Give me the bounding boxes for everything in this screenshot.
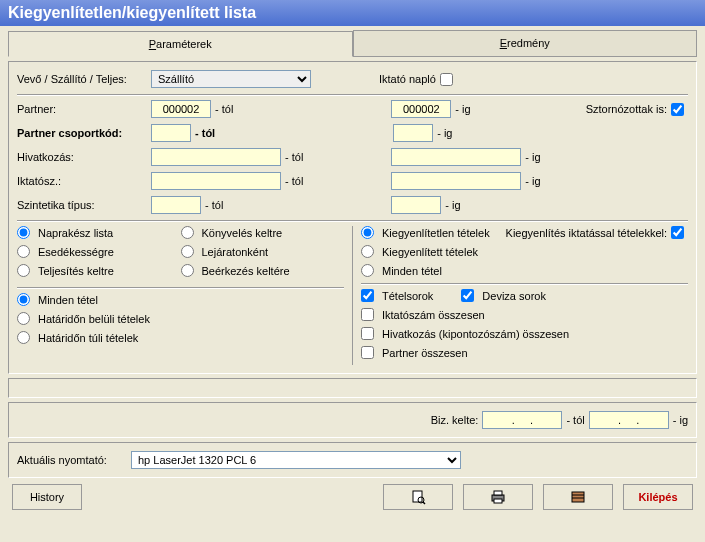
entity-select[interactable]: Szállító [151,70,311,88]
iktato-label: Iktató napló [379,73,436,85]
ig-label-3: - ig [525,151,540,163]
svg-line-2 [423,502,425,504]
svg-rect-4 [494,491,502,495]
check-deviza[interactable] [461,289,474,302]
szintetika-label: Szintetika típus: [17,199,147,211]
radio-tul-label: Határidőn túli tételek [38,332,138,344]
check-deviza-label: Deviza sorok [482,290,546,302]
tab-params[interactable]: Paraméterek [8,31,353,57]
radio-minden3[interactable] [17,293,30,306]
tol-label-2: - tól [195,127,215,139]
nyomtato-select[interactable]: hp LaserJet 1320 PCL 6 [131,451,461,469]
csoportkod-from[interactable] [151,124,191,142]
history-button[interactable]: History [12,484,82,510]
hivatkozas-to[interactable] [391,148,521,166]
radio-beerkezes-label: Beérkezés keltére [202,265,290,277]
radio-belul[interactable] [17,312,30,325]
preview-button[interactable] [383,484,453,510]
check-tetelsorok[interactable] [361,289,374,302]
iktato-check[interactable] [440,73,453,86]
radio-konyveles-label: Könyvelés keltre [202,227,283,239]
svg-rect-6 [572,492,584,502]
radio-lejarat[interactable] [181,245,194,258]
entity-label: Vevő / Szállító / Teljes: [17,73,147,85]
tabs: Paraméterek Eredmény [8,30,697,57]
iktatassal-check[interactable] [671,226,684,239]
sztorno-label: Sztornózottak is: [586,103,667,115]
radio-minden2-label: Minden tétel [382,265,442,277]
iktatassal-label: Kiegyenlítés iktatással tételekkel: [506,227,667,239]
radio-kiegyenlitett[interactable] [361,245,374,258]
iktatosz-to[interactable] [391,172,521,190]
ig-label: - ig [455,103,470,115]
exit-button[interactable]: Kilépés [623,484,693,510]
radio-teljesites[interactable] [17,264,30,277]
table-icon [570,489,586,505]
check-partner-label: Partner összesen [382,347,468,359]
tol-label-4: - tól [285,175,303,187]
radio-esedek-label: Esedékességre [38,246,114,258]
iktatosz-label: Iktatósz.: [17,175,147,187]
radio-kiegyenlitetlen[interactable] [361,226,374,239]
radio-beerkezes[interactable] [181,264,194,277]
radio-kiegyenlitetlen-label: Kiegyenlítetlen tételek [382,227,490,239]
ig-label-6: - ig [673,414,688,426]
radio-minden3-label: Minden tétel [38,294,98,306]
radio-konyveles[interactable] [181,226,194,239]
radio-belul-label: Határidőn belüli tételek [38,313,150,325]
ig-label-2: - ig [437,127,452,139]
radio-lejarat-label: Lejáratonként [202,246,269,258]
titlebar: Kiegyenlítetlen/kiegyenlített lista [0,0,705,26]
partner-from[interactable] [151,100,211,118]
hivatkozas-from[interactable] [151,148,281,166]
radio-tul[interactable] [17,331,30,344]
bizkelte-to[interactable] [589,411,669,429]
bizkelte-label: Biz. kelte: [431,414,479,426]
printer-icon [490,489,506,505]
radio-naprakesz[interactable] [17,226,30,239]
radio-kiegyenlitett-label: Kiegyenlített tételek [382,246,478,258]
svg-rect-0 [413,491,422,502]
csoportkod-label: Partner csoportkód: [17,127,147,139]
check-iktatoszam[interactable] [361,308,374,321]
nyomtato-label: Aktuális nyomtató: [17,454,127,466]
check-hivatkozas[interactable] [361,327,374,340]
partner-label: Partner: [17,103,147,115]
sztorno-check[interactable] [671,103,684,116]
radio-esedek[interactable] [17,245,30,258]
ig-label-5: - ig [445,199,460,211]
bizkelte-from[interactable] [482,411,562,429]
tol-label-3: - tól [285,151,303,163]
svg-rect-5 [494,499,502,503]
csoportkod-to[interactable] [393,124,433,142]
tol-label-5: - tól [205,199,223,211]
iktatosz-from[interactable] [151,172,281,190]
check-iktatoszam-label: Iktatószám összesen [382,309,485,321]
radio-teljesites-label: Teljesítés keltre [38,265,114,277]
check-hivatkozas-label: Hivatkozás (kipontozószám) összesen [382,328,569,340]
tol-label-6: - tól [566,414,584,426]
tab-result[interactable]: Eredmény [353,30,698,56]
check-partner[interactable] [361,346,374,359]
radio-minden2[interactable] [361,264,374,277]
radio-naprakesz-label: Naprakész lista [38,227,113,239]
szintetika-from[interactable] [151,196,201,214]
check-tetelsorok-label: Tételsorok [382,290,433,302]
szintetika-to[interactable] [391,196,441,214]
hivatkozas-label: Hivatkozás: [17,151,147,163]
ig-label-4: - ig [525,175,540,187]
tol-label: - tól [215,103,233,115]
print-button[interactable] [463,484,533,510]
partner-to[interactable] [391,100,451,118]
preview-icon [410,489,426,505]
table-button[interactable] [543,484,613,510]
